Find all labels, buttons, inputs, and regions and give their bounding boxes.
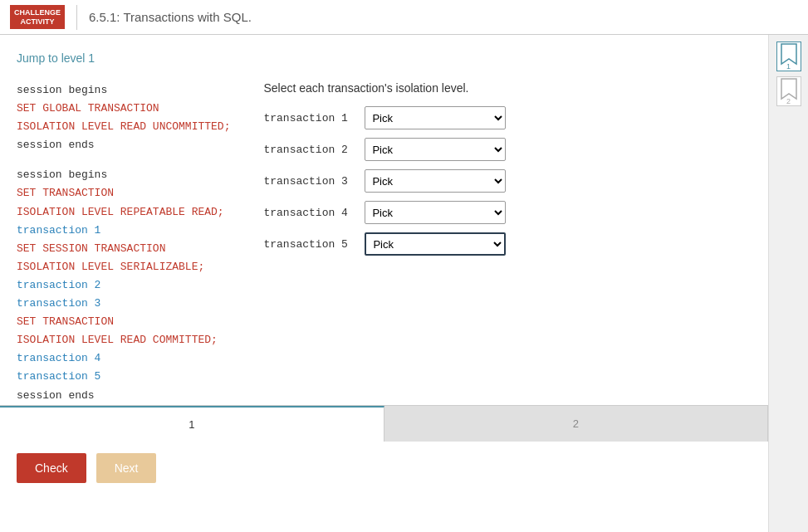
- isolation-row-3: transaction 3 Pick READ UNCOMMITTED READ…: [263, 169, 752, 193]
- header: CHALLENGE ACTIVITY 6.5.1: Transactions w…: [0, 0, 808, 35]
- isolation-form: Select each transaction's isolation leve…: [263, 81, 752, 264]
- transaction-5-label: transaction 5: [263, 238, 355, 251]
- code-line: session ends: [17, 136, 230, 154]
- code-line: session ends: [17, 387, 230, 405]
- challenge-activity-badge: CHALLENGE ACTIVITY: [10, 5, 65, 30]
- sidebar-level-2-label: 2: [786, 97, 791, 105]
- code-line: ISOLATION LEVEL REPEATABLE READ;: [17, 203, 230, 222]
- isolation-row-2: transaction 2 Pick READ UNCOMMITTED READ…: [263, 138, 752, 161]
- code-line: ISOLATION LEVEL READ COMMITTED;: [17, 331, 230, 349]
- code-layout: session begins SET GLOBAL TRANSACTION IS…: [17, 81, 752, 405]
- tab-1[interactable]: 1: [0, 406, 384, 442]
- code-line: transaction 5: [17, 368, 230, 386]
- code-line: SET SESSION TRANSACTION: [17, 240, 230, 258]
- transaction-4-select[interactable]: Pick READ UNCOMMITTED READ COMMITTED REP…: [365, 201, 506, 224]
- code-line: ISOLATION LEVEL READ UNCOMMITTED;: [17, 118, 230, 136]
- sidebar-level-1-label: 1: [786, 62, 791, 71]
- sidebar-right: 1 2: [768, 35, 808, 532]
- code-line: session begins: [17, 81, 230, 100]
- transaction-4-label: transaction 4: [263, 207, 355, 219]
- transaction-2-select[interactable]: Pick READ UNCOMMITTED READ COMMITTED REP…: [365, 138, 506, 161]
- code-line: transaction 4: [17, 349, 230, 368]
- content-area: Jump to level 1 session begins SET GLOBA…: [0, 35, 768, 532]
- transaction-3-label: transaction 3: [263, 175, 355, 188]
- code-line: ISOLATION LEVEL SERIALIZABLE;: [17, 258, 230, 276]
- code-line: transaction 2: [17, 276, 230, 295]
- jump-to-level-link[interactable]: Jump to level 1: [17, 51, 752, 65]
- isolation-title: Select each transaction's isolation leve…: [263, 81, 752, 95]
- code-line: session begins: [17, 166, 230, 184]
- code-line: transaction 3: [17, 295, 230, 313]
- action-buttons: Check Next: [17, 442, 752, 488]
- code-line: SET GLOBAL TRANSACTION: [17, 100, 230, 118]
- isolation-row-4: transaction 4 Pick READ UNCOMMITTED READ…: [263, 201, 752, 224]
- sidebar-level-2[interactable]: 2: [776, 76, 801, 106]
- code-line: SET TRANSACTION: [17, 184, 230, 203]
- page-title: 6.5.1: Transactions with SQL.: [89, 10, 252, 24]
- code-line: SET TRANSACTION: [17, 313, 230, 331]
- tab-2[interactable]: 2: [384, 406, 769, 442]
- bottom-tabs: 1 2: [0, 405, 768, 442]
- main-container: Jump to level 1 session begins SET GLOBA…: [0, 35, 808, 532]
- transaction-1-select[interactable]: Pick READ UNCOMMITTED READ COMMITTED REP…: [365, 106, 506, 129]
- sidebar-level-1[interactable]: 1: [776, 41, 801, 71]
- code-block-top: session begins SET GLOBAL TRANSACTION IS…: [17, 81, 230, 405]
- check-button[interactable]: Check: [17, 453, 86, 483]
- isolation-row-5: transaction 5 Pick READ UNCOMMITTED READ…: [263, 232, 752, 256]
- code-line: transaction 1: [17, 222, 230, 240]
- header-divider: [76, 5, 77, 30]
- transaction-5-select[interactable]: Pick READ UNCOMMITTED READ COMMITTED REP…: [365, 232, 506, 256]
- isolation-row-1: transaction 1 Pick READ UNCOMMITTED READ…: [263, 106, 752, 129]
- transaction-2-label: transaction 2: [263, 144, 355, 156]
- transaction-1-label: transaction 1: [263, 112, 355, 124]
- transaction-3-select[interactable]: Pick READ UNCOMMITTED READ COMMITTED REP…: [365, 169, 506, 193]
- code-left: session begins SET GLOBAL TRANSACTION IS…: [17, 81, 230, 405]
- next-button[interactable]: Next: [96, 453, 157, 483]
